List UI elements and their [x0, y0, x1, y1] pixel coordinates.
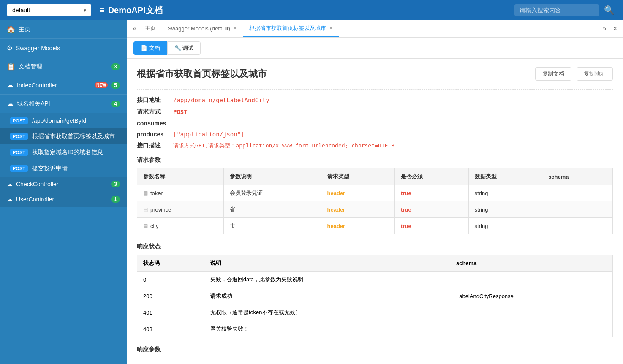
table-row: 401 无权限（通常是token不存在或无效）: [137, 304, 613, 321]
table-row: 0 失败，会返回data，此参数为失败说明: [137, 272, 613, 288]
param-schema-cell: [542, 201, 613, 218]
sidebar-badge-new: NEW: [95, 82, 108, 88]
status-desc-cell: 无权限（通常是token不存在或无效）: [204, 304, 450, 321]
param-required-cell: true: [395, 201, 469, 218]
param-datatype-cell: string: [468, 201, 542, 218]
sidebar-item-check-controller[interactable]: ☁ CheckController 3: [0, 177, 127, 192]
sidebar-item-doc-manage[interactable]: 📋 文档管理 3: [0, 57, 127, 76]
params-col-type: 请求类型: [321, 168, 395, 185]
logo-icon: ≡: [100, 5, 105, 15]
param-type-cell: header: [321, 185, 395, 201]
method-badge-domain-info: POST: [10, 149, 28, 156]
status-desc-cell: 网关校验失败！: [204, 321, 450, 337]
copy-doc-button[interactable]: 复制文档: [535, 67, 571, 81]
api-produces-label: produces: [137, 131, 166, 138]
params-col-required: 是否必须: [395, 168, 469, 185]
tab-home-label: 主页: [145, 24, 156, 32]
status-schema-cell: [450, 304, 612, 321]
api-method-label: 请求方式: [137, 108, 166, 116]
sidebar-api-get-domain-info[interactable]: POST 获取指定域名ID的域名信息: [0, 144, 127, 160]
param-icon: ▤: [143, 206, 148, 212]
status-col-code: 状态码: [137, 255, 204, 272]
param-type-cell: header: [321, 218, 395, 234]
param-datatype-cell: string: [468, 185, 542, 201]
api-consumes-label: consumes: [137, 120, 166, 127]
sidebar-item-index-controller[interactable]: ☁ IndexController NEW 5: [0, 76, 127, 95]
status-schema-cell: [450, 321, 612, 337]
param-required-cell: true: [395, 218, 469, 234]
search-input[interactable]: [514, 4, 599, 16]
app-title: DemoAPI文档: [108, 5, 163, 16]
api-desc-label: 接口描述: [137, 142, 166, 149]
sidebar-label-domain: 域名相关API: [17, 100, 108, 108]
param-name-cell: ▤ province: [137, 201, 224, 218]
tab-doc[interactable]: 📄 文档: [133, 41, 167, 55]
table-row: 200 请求成功 LabelAndCityResponse: [137, 288, 613, 304]
search-area: 🔍: [514, 3, 616, 17]
sidebar-badge-index: 5: [111, 82, 120, 89]
params-section-title: 请求参数: [137, 156, 613, 164]
method-badge-label-city: POST: [10, 133, 28, 140]
search-button[interactable]: 🔍: [602, 3, 616, 17]
divider-1: [137, 89, 613, 90]
tab-bar: « 主页 Swagger Models (default) × 根据省市获取首页…: [127, 20, 623, 38]
method-badge-complaint: POST: [10, 165, 28, 172]
api-produces-value: ["application/json"]: [173, 131, 245, 138]
param-name-cell: ▤ token: [137, 185, 224, 201]
api-consumes-row: consumes: [137, 120, 613, 127]
table-row: ▤ city 市 header true string: [137, 218, 613, 234]
api-url-row: 接口地址 /app/domain/getLabelAndCity: [137, 96, 613, 104]
param-icon: ▤: [143, 190, 148, 196]
tab-test-label: 调试: [182, 45, 193, 51]
params-col-data-type: 数据类型: [468, 168, 542, 185]
params-col-schema: schema: [542, 168, 613, 185]
status-code-cell: 401: [137, 304, 204, 321]
sidebar-label-home: 主页: [19, 26, 120, 33]
doc-test-tabs: 📄 文档 🔧 调试: [127, 38, 623, 59]
sidebar-item-user-controller[interactable]: ☁ UserController 1: [0, 192, 127, 207]
status-code-cell: 403: [137, 321, 204, 337]
tab-home[interactable]: 主页: [139, 20, 162, 37]
sidebar-item-home[interactable]: 🏠 主页: [0, 20, 127, 39]
status-col-schema: schema: [450, 255, 612, 272]
sidebar-item-swagger-models[interactable]: ⚙ Swagger Models: [0, 39, 127, 57]
tab-nav-collapse[interactable]: ×: [611, 22, 620, 36]
tab-nav-prev[interactable]: «: [130, 22, 139, 36]
sidebar-item-domain-api[interactable]: ☁ 域名相关API 4: [0, 95, 127, 113]
status-code-cell: 0: [137, 272, 204, 288]
tab-api-close[interactable]: ×: [329, 25, 333, 31]
sidebar-label-check: CheckController: [16, 181, 108, 187]
sidebar-label-swagger: Swagger Models: [16, 45, 120, 52]
param-schema-cell: [542, 218, 613, 234]
sidebar-label-doc: 文档管理: [19, 63, 108, 71]
table-row: ▤ token 会员登录凭证 header true string: [137, 185, 613, 201]
sidebar-api-submit-complaint[interactable]: POST 提交投诉申请: [0, 160, 127, 177]
cloud-icon-check: ☁: [7, 181, 13, 187]
api-url-value: /app/domain/getLabelAndCity: [173, 97, 269, 103]
page-header: 根据省市获取首页标签以及城市 复制文档 复制地址: [137, 67, 613, 81]
content-scroll: 根据省市获取首页标签以及城市 复制文档 复制地址 接口地址 /app/domai…: [127, 59, 623, 364]
response-params-title: 响应参数: [137, 346, 613, 353]
cloud-icon-user: ☁: [7, 196, 13, 203]
param-required-cell: true: [395, 185, 469, 201]
doc-icon: 📋: [7, 62, 15, 71]
status-schema-cell: LabelAndCityResponse: [450, 288, 612, 304]
sidebar-label-user: UserController: [16, 196, 108, 203]
tab-nav-next[interactable]: »: [600, 22, 609, 36]
param-schema-cell: [542, 185, 613, 201]
tab-api-label: 根据省市获取首页标签以及城市: [249, 24, 326, 32]
tab-api[interactable]: 根据省市获取首页标签以及城市 ×: [243, 20, 339, 37]
tab-test[interactable]: 🔧 调试: [167, 41, 201, 55]
response-status-title: 响应状态: [137, 243, 613, 250]
tab-swagger[interactable]: Swagger Models (default) ×: [162, 21, 243, 37]
copy-url-button[interactable]: 复制地址: [577, 67, 613, 81]
status-table: 状态码 说明 schema 0 失败，会返回data，此参数为失败说明 200 …: [137, 255, 613, 337]
param-type-cell: header: [321, 201, 395, 218]
sidebar-api-label-complaint: 提交投诉申请: [32, 165, 68, 172]
dropdown-wrapper: default: [7, 4, 91, 16]
sidebar-api-get-by-id[interactable]: POST /app/domain/getById: [0, 113, 127, 128]
version-dropdown[interactable]: default: [7, 4, 91, 16]
tab-swagger-close[interactable]: ×: [233, 25, 237, 31]
sidebar-api-get-label-city[interactable]: POST 根据省市获取首页标签以及城市: [0, 128, 127, 144]
status-code-cell: 200: [137, 288, 204, 304]
